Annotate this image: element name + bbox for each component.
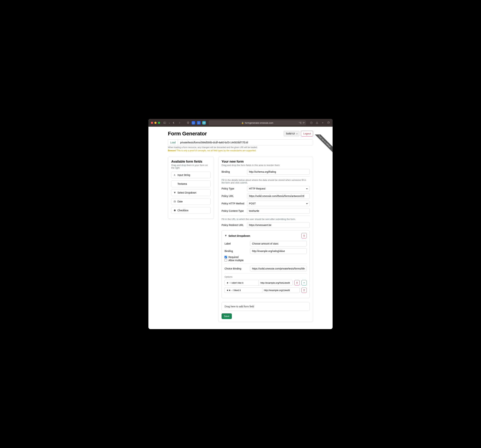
available-fields-title: Available form fields — [171, 160, 210, 163]
redirect-label: Policy Redirect URL — [222, 224, 245, 227]
window-close-button[interactable] — [151, 122, 153, 124]
option-uri-input[interactable] — [262, 287, 300, 293]
redirect-intro: Fill in the URL to which the user should… — [222, 218, 310, 220]
extension-abp-icon[interactable]: ABP — [202, 121, 206, 125]
form-builder-panel: Your new form Drag and drop the form fie… — [218, 157, 313, 322]
tabs-overview-icon[interactable] — [327, 121, 330, 125]
available-fields-panel: Available form fields Drag and drop them… — [168, 157, 214, 219]
binding-input[interactable] — [247, 169, 310, 175]
calendar-icon — [173, 200, 176, 203]
svg-rect-8 — [174, 201, 175, 202]
save-button[interactable]: Save — [222, 313, 232, 319]
ui-vocabulary-select[interactable]: Solid-UI — [284, 131, 300, 136]
form-title: Your new form — [222, 160, 310, 163]
delete-field-button[interactable] — [301, 233, 307, 238]
policy-type-select[interactable]: HTTP Request — [247, 186, 310, 191]
svg-rect-7 — [327, 122, 329, 123]
form-subtitle: Drag and drop the form fields in this ar… — [222, 164, 310, 167]
browser-chrome: ◯ ABP 🔒 formgenerator.smessie.com ᴬ文 ⟳ — [148, 119, 333, 127]
required-checkbox[interactable] — [225, 256, 227, 258]
policy-type-label: Policy Type — [222, 187, 245, 190]
nav-back-button[interactable] — [172, 121, 176, 125]
trash-icon — [296, 281, 298, 284]
svg-rect-0 — [164, 122, 166, 124]
allow-multiple-label: Allow multiple — [228, 259, 244, 262]
trash-icon — [303, 289, 305, 291]
font-icon — [173, 174, 176, 176]
nav-forward-button[interactable] — [177, 121, 181, 125]
policy-ct-label: Policy Content-Type — [222, 209, 245, 212]
field-tile-textarea[interactable]: Textarea — [171, 180, 210, 187]
check-circle-icon — [173, 209, 176, 212]
field-binding-input[interactable] — [250, 248, 307, 254]
load-uri-input[interactable] — [178, 140, 313, 145]
logout-button[interactable]: Logout — [301, 131, 313, 136]
binding-label: Binding — [222, 170, 245, 173]
delete-option-button[interactable] — [294, 280, 300, 285]
option-label-input[interactable]: ★ - I didn't like it — [225, 280, 259, 286]
option-label-input[interactable]: ★★ - I liked it — [225, 287, 262, 293]
policy-method-label: Policy HTTP Method — [222, 202, 245, 205]
choice-binding-label: Choice Binding — [225, 267, 248, 270]
policy-url-label: Policy URL — [222, 195, 245, 198]
policy-method-select[interactable]: POST — [247, 201, 310, 206]
new-tab-icon[interactable] — [321, 121, 324, 125]
add-option-button[interactable] — [301, 280, 307, 285]
url-text: formgenerator.smessie.com — [245, 122, 273, 124]
policy-ct-input[interactable] — [247, 208, 310, 214]
delete-option-button[interactable] — [301, 287, 307, 293]
window-minimize-button[interactable] — [154, 122, 157, 124]
option-row: ★ - I didn't like it — [225, 280, 307, 286]
field-binding-label: Binding — [225, 250, 248, 252]
load-hint: When loading a form resource, any change… — [168, 146, 313, 149]
url-bar[interactable]: 🔒 formgenerator.smessie.com ᴬ文 ⟳ — [209, 120, 306, 125]
load-warning: Beware! This is only a proof of concepts… — [168, 149, 313, 152]
load-button[interactable]: Load — [168, 140, 178, 145]
filter-icon — [225, 235, 227, 237]
privacy-shield-icon[interactable] — [186, 121, 190, 125]
required-label: Required — [228, 256, 239, 258]
allow-multiple-checkbox[interactable] — [225, 259, 227, 262]
share-icon[interactable] — [315, 121, 319, 125]
extension-doc-icon[interactable] — [197, 121, 201, 125]
filter-icon — [173, 191, 176, 194]
downloads-icon[interactable] — [309, 121, 313, 125]
text-height-icon — [173, 183, 176, 185]
choice-binding-input[interactable] — [250, 266, 307, 272]
trash-icon — [303, 235, 305, 237]
field-tile-select-dropdown[interactable]: Select Dropdown — [171, 189, 210, 196]
field-type-label: Select Dropdown — [228, 234, 250, 237]
page-title: Form Generator — [168, 131, 207, 137]
chevron-down-icon[interactable] — [168, 121, 170, 125]
options-heading: Options — [225, 275, 307, 278]
add-field-dropzone[interactable]: Drag here to add form field — [222, 302, 310, 311]
extension-1password-icon[interactable]: ◯ — [192, 121, 195, 125]
policy-url-input[interactable] — [247, 193, 310, 199]
policy-intro: Fill in the details below about where th… — [222, 179, 310, 184]
available-fields-subtitle: Drag and drop them in your form on the r… — [171, 164, 210, 169]
field-label-input[interactable] — [250, 241, 307, 246]
svg-rect-4 — [316, 123, 318, 124]
sidebar-toggle-icon[interactable] — [163, 121, 166, 125]
plus-icon — [303, 281, 305, 284]
form-field-select-dropdown: Select Dropdown Label Binding — [222, 230, 310, 298]
field-tile-input-string[interactable]: Input String — [171, 172, 210, 178]
option-uri-input[interactable] — [259, 280, 293, 286]
field-label-label: Label — [225, 242, 248, 245]
github-fork-ribbon[interactable]: Fork me on GitHub — [313, 134, 333, 154]
load-form-row: Load — [168, 140, 313, 146]
option-row: ★★ - I liked it — [225, 287, 307, 293]
field-tile-checkbox[interactable]: Checkbox — [171, 207, 210, 214]
lock-icon: 🔒 — [241, 122, 244, 124]
redirect-input[interactable] — [247, 222, 310, 228]
reload-icon[interactable]: ⟳ — [303, 122, 305, 124]
field-tile-date[interactable]: Date — [171, 198, 210, 205]
translate-icon[interactable]: ᴬ文 — [299, 121, 302, 124]
window-controls — [151, 122, 160, 124]
window-maximize-button[interactable] — [158, 122, 160, 124]
